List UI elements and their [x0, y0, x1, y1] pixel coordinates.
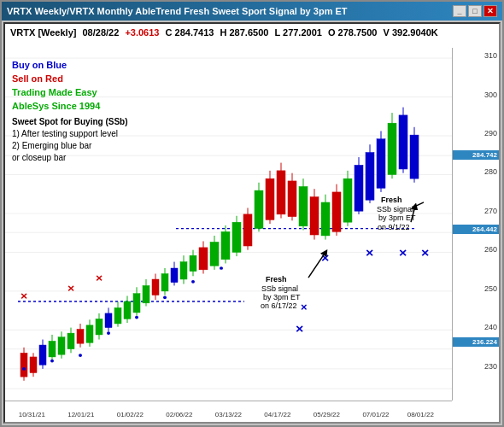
price-axis: 310 300 290 284.742 280 270 264.442 260 … [452, 48, 499, 401]
price-300: 300 [484, 91, 497, 99]
x-label-0206: 02/06/22 [166, 411, 192, 418]
chart-header: VRTX [Weekly] 08/28/22 +3.0613 C 284.741… [10, 27, 456, 38]
svg-point-96 [107, 331, 110, 335]
price-230: 230 [484, 362, 497, 371]
price-280: 280 [484, 167, 497, 176]
x-label-0701: 07/01/22 [362, 411, 389, 418]
svg-text:by 3pm ET: by 3pm ET [263, 293, 301, 301]
price-310: 310 [484, 51, 497, 60]
price-264-highlight: 264.442 [453, 225, 499, 234]
price-250: 250 [484, 284, 497, 293]
price-236-highlight: 236.224 [453, 337, 499, 347]
svg-text:SSb signal: SSb signal [377, 205, 413, 214]
x-axis: 10/31/21 12/01/21 01/02/22 02/06/22 03/1… [5, 401, 452, 422]
svg-text:by 3pm ET: by 3pm ET [378, 214, 416, 223]
title-bar: VRTX Weekly/VRTX Monthly AbleTrend Fresh… [2, 2, 502, 20]
chart-low: L 277.2001 [274, 27, 321, 38]
window-controls[interactable]: _ □ ✕ [453, 5, 497, 17]
svg-line-109 [308, 252, 325, 278]
svg-point-93 [22, 367, 26, 371]
svg-text:Fresh: Fresh [266, 275, 286, 284]
company-label: AbleSys Since 1994 [12, 99, 100, 113]
legend: Buy on Blue Sell on Red Trading Made Eas… [12, 58, 100, 113]
buy-label: Buy on Blue [12, 58, 100, 72]
svg-text:SSb signal: SSb signal [261, 284, 298, 293]
main-window: VRTX Weekly/VRTX Monthly AbleTrend Fresh… [0, 0, 504, 427]
svg-text:×: × [21, 290, 27, 302]
chart-close: C 284.7413 [166, 27, 214, 38]
chart-open: O 278.7500 [328, 27, 378, 38]
sweet-spot-text: Sweet Spot for Buying (SSb) 1) After tes… [12, 116, 128, 164]
svg-point-98 [163, 295, 167, 299]
svg-text:×: × [301, 302, 308, 313]
chart-high: H 287.6500 [220, 27, 268, 38]
chart-container: VRTX [Weekly] 08/28/22 +3.0613 C 284.741… [3, 22, 501, 424]
price-290: 290 [484, 129, 497, 137]
svg-text:on 6/17/22: on 6/17/22 [261, 302, 297, 311]
svg-text:on 9/1/22: on 9/1/22 [378, 223, 410, 231]
svg-point-97 [135, 316, 138, 319]
svg-text:×: × [399, 246, 407, 260]
chart-volume: V 392.9040K [384, 27, 438, 38]
trading-label: Trading Made Easy [12, 85, 100, 99]
sweet-spot-point2: 2) Emerging blue bar [12, 140, 128, 152]
svg-point-94 [50, 360, 54, 363]
price-270: 270 [484, 207, 497, 215]
x-label-0417: 04/17/22 [264, 411, 290, 418]
window-title: VRTX Weekly/VRTX Monthly AbleTrend Fresh… [7, 6, 348, 16]
x-label-0529: 05/29/22 [314, 411, 340, 418]
chart-date: 08/28/22 [83, 27, 120, 38]
x-label-0102: 01/02/22 [117, 411, 144, 418]
svg-text:×: × [296, 322, 303, 336]
price-284-highlight: 284.742 [453, 150, 499, 160]
svg-text:×: × [366, 246, 373, 260]
svg-point-95 [79, 354, 82, 357]
ticker: VRTX [Weekly] [10, 27, 76, 38]
minimize-button[interactable]: _ [453, 5, 466, 17]
maximize-button[interactable]: □ [468, 5, 482, 17]
sweet-spot-point1: 1) After testing support level [12, 128, 128, 140]
svg-text:×: × [96, 272, 103, 284]
x-label-1201: 12/01/21 [67, 411, 94, 418]
svg-text:×: × [421, 246, 429, 260]
svg-text:Fresh: Fresh [381, 196, 401, 204]
svg-point-100 [220, 266, 223, 270]
sweet-spot-title: Sweet Spot for Buying (SSb) [12, 116, 128, 128]
price-240: 240 [484, 323, 497, 331]
x-label-0313: 03/13/22 [215, 411, 242, 418]
sweet-spot-point3: or closeup bar [12, 152, 128, 164]
svg-text:×: × [67, 282, 74, 294]
x-label-0801: 08/01/22 [407, 411, 434, 418]
price-260: 260 [484, 245, 497, 254]
ticker-label: VRTX [Weekly] 08/28/22 +3.0613 C 284.741… [10, 27, 438, 38]
svg-line-111 [415, 202, 424, 207]
sell-label: Sell on Red [12, 72, 100, 85]
close-button[interactable]: ✕ [483, 5, 497, 17]
chart-change: +3.0613 [125, 27, 159, 38]
svg-point-99 [191, 280, 195, 284]
x-label-1031: 10/31/21 [19, 411, 45, 418]
